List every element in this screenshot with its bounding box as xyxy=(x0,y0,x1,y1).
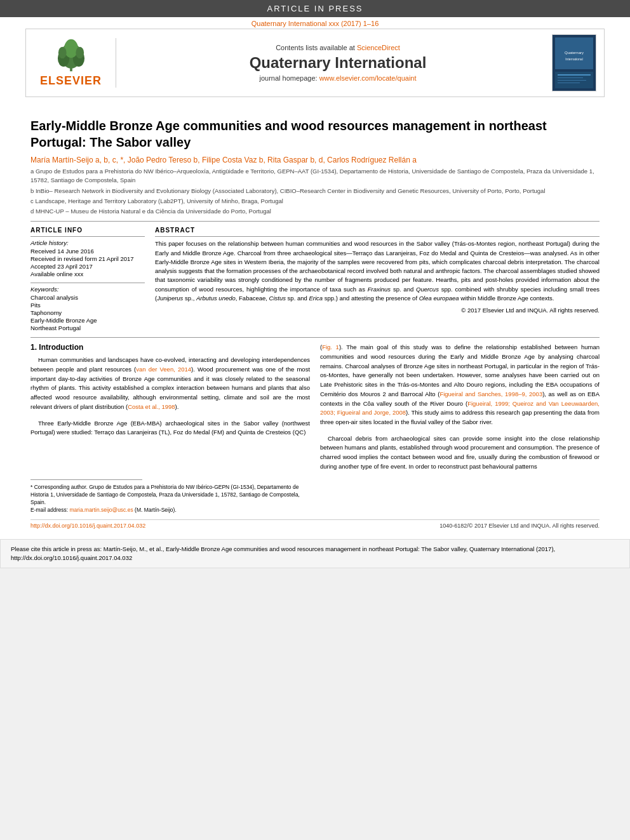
introduction-heading: 1. Introduction xyxy=(30,343,310,352)
intro-right-para-1: (Fig. 1). The main goal of this study wa… xyxy=(320,343,600,427)
abstract-text: This paper focuses on the relationship b… xyxy=(155,239,600,303)
email-footnote: E-mail address: maria.martin.seijo@usc.e… xyxy=(30,507,310,514)
available-online: Available online xxx xyxy=(30,270,145,277)
affiliation-d: d MHNC-UP – Museu de Historia Natural e … xyxy=(30,207,600,216)
article-info-heading: ARTICLE INFO xyxy=(30,227,145,234)
svg-point-4 xyxy=(64,39,78,58)
svg-rect-16 xyxy=(558,83,580,83)
issn-text: 1040-6182/© 2017 Elsevier Ltd and INQUA.… xyxy=(439,523,600,529)
cover-svg: Quaternary International xyxy=(553,35,596,91)
sciencedirect-link[interactable]: ScienceDirect xyxy=(357,44,400,51)
keyword-charcoal: Charcoal analysis xyxy=(30,294,145,301)
journal-homepage: journal homepage: www.elsevier.com/locat… xyxy=(124,74,552,82)
svg-text:Quaternary: Quaternary xyxy=(565,51,584,55)
svg-rect-13 xyxy=(558,74,591,76)
abstract-heading: ABSTRACT xyxy=(155,227,600,234)
divider-2 xyxy=(30,337,600,338)
svg-text:International: International xyxy=(565,57,583,61)
copyright-text: © 2017 Elsevier Ltd and INQUA. All right… xyxy=(155,307,600,314)
citation-bar: Please cite this article in press as: Ma… xyxy=(0,539,630,569)
introduction-section: 1. Introduction Human communities and la… xyxy=(30,343,600,514)
affiliations: a Grupo de Estudos para a Prehistoria do… xyxy=(30,167,600,216)
journal-citation: Quaternary International xxx (2017) 1–16 xyxy=(0,17,630,29)
citation-bar-text: Please cite this article in press as: Ma… xyxy=(11,545,555,561)
keywords-label: Keywords: xyxy=(30,286,145,293)
svg-point-6 xyxy=(76,47,84,58)
main-content: Early-Middle Bronze Age communities and … xyxy=(0,97,630,531)
journal-title: Quaternary International xyxy=(124,54,552,72)
intro-right-para-2: Charcoal debris from archaeological site… xyxy=(320,434,600,472)
elsevier-brand-text: ELSEVIER xyxy=(40,74,102,88)
svg-rect-7 xyxy=(68,44,74,47)
accepted-date: Accepted 23 April 2017 xyxy=(30,263,145,270)
svg-rect-15 xyxy=(558,80,586,81)
keyword-bronze-age: Early-Middle Bronze Age xyxy=(30,317,145,324)
journal-center: Contents lists available at ScienceDirec… xyxy=(124,44,552,82)
homepage-url[interactable]: www.elsevier.com/locate/quaint xyxy=(319,74,417,82)
svg-rect-14 xyxy=(558,77,583,78)
article-title: Early-Middle Bronze Age communities and … xyxy=(30,117,600,150)
footnote-divider xyxy=(30,479,142,480)
abstract-section: ABSTRACT This paper focuses on the relat… xyxy=(155,227,600,332)
divider-1 xyxy=(30,221,600,222)
affiliation-b: b InBio– Research Network in Biodiversit… xyxy=(30,187,600,196)
intro-right-column: (Fig. 1). The main goal of this study wa… xyxy=(320,343,600,514)
citation-text: Quaternary International xxx (2017) 1–16 xyxy=(251,20,379,27)
article-info-column: ARTICLE INFO Article history: Received 1… xyxy=(30,227,145,332)
doi-section: http://dx.doi.org/10.1016/j.quaint.2017.… xyxy=(30,519,600,531)
received-date: Received 14 June 2016 xyxy=(30,248,145,255)
elsevier-logo: ELSEVIER xyxy=(34,38,116,88)
abstract-border: This paper focuses on the relationship b… xyxy=(155,236,600,314)
keyword-northeast-portugal: Northeast Portugal xyxy=(30,324,145,331)
article-history-section: Article history: Received 14 June 2016 R… xyxy=(30,236,145,277)
svg-point-5 xyxy=(58,47,66,58)
journal-cover-image: Quaternary International xyxy=(552,34,596,91)
article-in-press-banner: ARTICLE IN PRESS xyxy=(0,0,630,17)
banner-text: ARTICLE IN PRESS xyxy=(267,4,363,13)
received-revised-date: Received in revised form 21 April 2017 xyxy=(30,255,145,262)
doi-link[interactable]: http://dx.doi.org/10.1016/j.quaint.2017.… xyxy=(30,523,145,529)
intro-para-2: Three Early-Middle Bronze Age (EBA-MBA) … xyxy=(30,419,310,437)
journal-header: ELSEVIER Contents lists available at Sci… xyxy=(25,29,605,97)
intro-left-column: 1. Introduction Human communities and la… xyxy=(30,343,310,514)
email-link[interactable]: maria.martin.seijo@usc.es xyxy=(69,507,133,513)
affiliation-c: c Landscape, Heritage and Territory Labo… xyxy=(30,197,600,206)
affiliation-a: a Grupo de Estudos para a Prehistoria do… xyxy=(30,167,600,185)
elsevier-tree-icon xyxy=(49,38,93,73)
keywords-section: Keywords: Charcoal analysis Pits Taphono… xyxy=(30,283,145,331)
intro-para-1: Human communities and landscapes have co… xyxy=(30,356,310,411)
footnote-text: * Corresponding author. Grupo de Estudos… xyxy=(30,484,310,507)
keyword-pits: Pits xyxy=(30,302,145,309)
contents-available: Contents lists available at ScienceDirec… xyxy=(124,44,552,51)
article-info-abstract-row: ARTICLE INFO Article history: Received 1… xyxy=(30,227,600,332)
keyword-taphonomy: Taphonomy xyxy=(30,309,145,316)
authors: María Martín-Seijo a, b, c, *, João Pedr… xyxy=(30,156,600,164)
history-label: Article history: xyxy=(30,239,145,246)
